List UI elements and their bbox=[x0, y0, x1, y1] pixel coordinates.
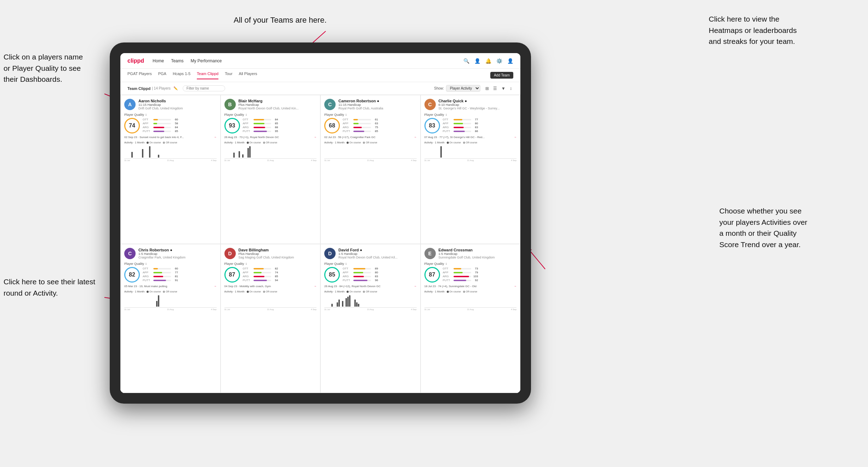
player-club: Sunningdale Golf Club, United Kingdom bbox=[439, 256, 517, 259]
view-icons: ⊞ ☰ ▼ ↕ bbox=[484, 85, 513, 92]
show-select[interactable]: Player Activity bbox=[446, 85, 480, 92]
activity-section: Activity · 1 Month On course Off course … bbox=[424, 141, 517, 161]
nav-my-performance[interactable]: My Performance bbox=[190, 58, 222, 63]
latest-round[interactable]: 26 Aug 23 · 73 (+1), Royal North Devon G… bbox=[224, 136, 317, 139]
player-handicap: 1-5 Handicap bbox=[439, 252, 517, 256]
player-card[interactable]: A Aaron Nicholls 11-15 Handicap Drift Go… bbox=[120, 95, 221, 244]
edit-icon[interactable]: ✏️ bbox=[173, 86, 178, 90]
activity-label: Activity · 1 Month bbox=[324, 290, 344, 293]
oncourse-legend: On course bbox=[247, 290, 261, 293]
oncourse-legend: On course bbox=[447, 290, 461, 293]
chart-dates: 31 Jul21 Aug4 Sep bbox=[124, 308, 217, 311]
latest-round[interactable]: 04 Sep 23 · Mobility with coach, Gym → bbox=[224, 285, 317, 288]
quality-circle[interactable]: 93 bbox=[224, 118, 240, 133]
player-card[interactable]: B Blair McHarg Plus Handicap Royal North… bbox=[221, 95, 321, 244]
tab-pga[interactable]: PGA bbox=[158, 72, 166, 79]
quality-circle[interactable]: 83 bbox=[424, 118, 440, 133]
chart-dates: 31 Jul21 Aug4 Sep bbox=[324, 308, 417, 311]
list-view-icon[interactable]: ☰ bbox=[492, 85, 498, 92]
navbar: clippd Home Teams My Performance 🔍 👤 🔔 ⚙… bbox=[120, 53, 520, 69]
player-header: B Blair McHarg Plus Handicap Royal North… bbox=[224, 99, 317, 110]
tab-all-players[interactable]: All Players bbox=[239, 72, 257, 79]
filter-input[interactable] bbox=[183, 85, 225, 91]
ott-stat: OTT 73 bbox=[443, 267, 517, 270]
player-avatar: B bbox=[224, 99, 236, 110]
round-arrow: → bbox=[214, 136, 217, 139]
putt-stat: PUTT 94 bbox=[243, 279, 317, 282]
latest-round[interactable]: 18 Jul 23 · 74 (+4), Sunningdale GC - Ol… bbox=[424, 285, 517, 288]
chart-dates: 31 Jul21 Aug4 Sep bbox=[424, 308, 517, 311]
player-name[interactable]: Aaron Nicholls bbox=[138, 99, 217, 103]
tab-hcaps[interactable]: Hcaps 1-5 bbox=[173, 72, 190, 79]
quality-circle[interactable]: 85 bbox=[324, 267, 340, 283]
player-header: C Charlie Quick ● 6-10 Handicap St. Geor… bbox=[424, 99, 517, 110]
ipad-device: clippd Home Teams My Performance 🔍 👤 🔔 ⚙… bbox=[110, 42, 531, 404]
tab-pgat[interactable]: PGAT Players bbox=[127, 72, 152, 79]
player-name[interactable]: Blair McHarg bbox=[239, 99, 317, 103]
round-arrow: → bbox=[314, 136, 316, 139]
arg-stat: ARG 81 bbox=[143, 275, 217, 278]
avatar-icon[interactable]: 👤 bbox=[507, 58, 513, 64]
tab-team-clippd[interactable]: Team Clippd bbox=[197, 72, 218, 79]
search-icon[interactable]: 🔍 bbox=[463, 58, 469, 64]
stats-grid: OTT 60 APP 77 ARG 81 PUTT 91 bbox=[143, 267, 217, 283]
activity-section: Activity · 1 Month On course Off course … bbox=[324, 141, 417, 161]
quality-circle[interactable]: 82 bbox=[124, 267, 140, 283]
player-quality-label: Player Quality ℹ bbox=[124, 262, 217, 266]
player-name[interactable]: Dave Billingham bbox=[239, 248, 317, 252]
putt-stat: PUTT 85 bbox=[343, 130, 417, 133]
app-stat: APP 74 bbox=[243, 271, 317, 274]
player-card[interactable]: D Dave Billingham Plus Handicap Sag Magi… bbox=[221, 244, 321, 393]
player-quality-label: Player Quality ℹ bbox=[224, 113, 317, 116]
app-stat: APP 79 bbox=[443, 271, 517, 274]
settings-icon[interactable]: ⚙️ bbox=[496, 58, 502, 64]
player-avatar: A bbox=[124, 99, 136, 110]
nav-teams[interactable]: Teams bbox=[171, 58, 183, 63]
app-stat: APP 80 bbox=[343, 271, 417, 274]
filter-icon[interactable]: ▼ bbox=[500, 85, 507, 92]
player-avatar: D bbox=[224, 248, 236, 259]
chart-dates: 31 Jul21 Aug4 Sep bbox=[224, 159, 317, 161]
tab-bar: PGAT Players PGA Hcaps 1-5 Team Clippd T… bbox=[120, 69, 520, 82]
latest-round[interactable]: 26 Aug 23 · 84 (+12), Royal North Devon … bbox=[324, 285, 417, 288]
bell-icon[interactable]: 🔔 bbox=[485, 58, 491, 64]
ott-stat: OTT 77 bbox=[443, 118, 517, 121]
player-name[interactable]: Chris Robertson ● bbox=[138, 248, 217, 252]
player-name[interactable]: Edward Crossman bbox=[439, 248, 517, 252]
oncourse-legend: On course bbox=[147, 141, 161, 144]
latest-round[interactable]: 02 Jul 23 · 59 (+17), Craigmillar Park G… bbox=[324, 136, 417, 139]
player-name[interactable]: Cameron Robertson ● bbox=[338, 99, 417, 103]
activity-section: Activity · 1 Month On course Off course … bbox=[224, 290, 317, 311]
player-card[interactable]: E Edward Crossman 1-5 Handicap Sunningda… bbox=[421, 244, 521, 393]
offcourse-legend: Off course bbox=[263, 141, 277, 144]
activity-legend: Activity · 1 Month On course Off course bbox=[424, 290, 517, 293]
player-name[interactable]: Charlie Quick ● bbox=[439, 99, 517, 103]
add-team-button[interactable]: Add Team bbox=[490, 72, 513, 79]
player-card[interactable]: C Cameron Robertson ● 11-15 Handicap Roy… bbox=[320, 95, 421, 244]
latest-round[interactable]: 02 Sep 23 · Sunset round to get back int… bbox=[124, 136, 217, 139]
player-card[interactable]: D David Ford ● 1-5 Handicap Royal North … bbox=[320, 244, 421, 393]
player-card[interactable]: C Charlie Quick ● 6-10 Handicap St. Geor… bbox=[421, 95, 521, 244]
quality-circle[interactable]: 74 bbox=[124, 118, 140, 133]
player-handicap: 11-15 Handicap bbox=[338, 103, 417, 107]
latest-round[interactable]: 05 Mar 23 · 19, Must make putting → bbox=[124, 285, 217, 288]
player-name[interactable]: David Ford ● bbox=[338, 248, 417, 252]
oncourse-legend: On course bbox=[347, 141, 361, 144]
tab-tour[interactable]: Tour bbox=[225, 72, 232, 79]
round-activity-annotation: Click here to see their latestround or A… bbox=[4, 276, 106, 298]
team-count: | 14 Players bbox=[152, 86, 171, 90]
stats-grid: OTT 89 APP 80 ARG 83 PUTT 96 bbox=[343, 267, 417, 283]
quality-circle[interactable]: 87 bbox=[224, 267, 240, 283]
grid-view-icon[interactable]: ⊞ bbox=[484, 85, 490, 92]
user-icon[interactable]: 👤 bbox=[474, 58, 480, 64]
oncourse-legend: On course bbox=[147, 290, 161, 293]
quality-circle[interactable]: 68 bbox=[324, 118, 340, 133]
sort-icon[interactable]: ↕ bbox=[508, 85, 513, 92]
nav-home[interactable]: Home bbox=[153, 58, 164, 63]
player-avatar: E bbox=[424, 248, 436, 259]
latest-round[interactable]: 07 Aug 23 · 77 (+7), St George's Hill GC… bbox=[424, 136, 517, 139]
activity-legend: Activity · 1 Month On course Off course bbox=[324, 141, 417, 144]
quality-circle[interactable]: 87 bbox=[424, 267, 440, 283]
activity-label: Activity · 1 Month bbox=[224, 141, 245, 144]
player-card[interactable]: C Chris Robertson ● 1-5 Handicap Craigmi… bbox=[120, 244, 221, 393]
